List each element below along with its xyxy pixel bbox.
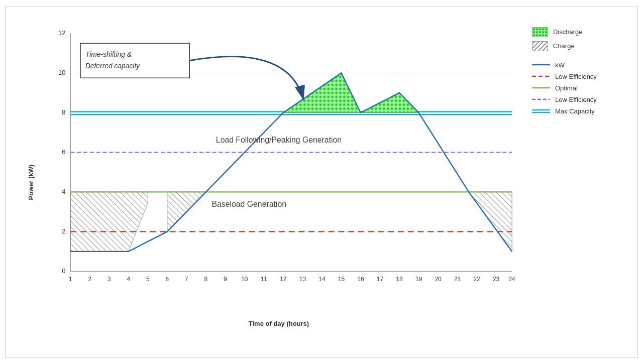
legend-label-kw: kW xyxy=(555,61,565,69)
svg-text:12: 12 xyxy=(58,29,65,37)
svg-text:4: 4 xyxy=(127,276,130,283)
legend-icon-optimal xyxy=(532,84,550,91)
chart-svg: 0 2 4 6 8 10 12 1 xyxy=(41,17,517,317)
svg-text:17: 17 xyxy=(377,276,383,283)
legend-label-charge: Charge xyxy=(553,42,575,50)
legend-label-low-eff-purple: Low Efficiency xyxy=(555,96,597,103)
legend-icon-kw xyxy=(532,61,550,68)
svg-text:21: 21 xyxy=(454,276,461,283)
svg-text:23: 23 xyxy=(493,276,500,283)
svg-text:16: 16 xyxy=(357,276,364,283)
chart-container: Power (kW) 0 2 4 6 xyxy=(5,7,638,358)
y-axis-label: Power (kW) xyxy=(27,164,35,200)
label-baseload: Baseload Generation xyxy=(212,200,286,208)
legend-icon-max-cap xyxy=(532,107,550,114)
svg-text:24: 24 xyxy=(509,276,516,283)
svg-marker-46 xyxy=(70,192,148,252)
svg-text:20: 20 xyxy=(435,276,442,283)
svg-text:3: 3 xyxy=(108,276,111,283)
legend-icon-discharge xyxy=(532,27,548,37)
legend-item-max-cap: Max Capacity xyxy=(532,107,632,115)
chart-svg-wrapper: 0 2 4 6 8 10 12 1 xyxy=(41,17,517,317)
svg-text:10: 10 xyxy=(241,276,248,283)
legend-item-optimal: Optimal xyxy=(532,84,632,92)
svg-text:Time-shifting &: Time-shifting & xyxy=(85,50,132,58)
svg-rect-51 xyxy=(80,43,189,78)
svg-text:8: 8 xyxy=(62,108,65,116)
svg-text:1: 1 xyxy=(69,276,72,283)
svg-text:6: 6 xyxy=(166,276,169,283)
svg-text:18: 18 xyxy=(396,276,403,283)
legend-item-kw: kW xyxy=(532,61,632,69)
svg-text:2: 2 xyxy=(62,227,65,235)
label-load-following: Load Following/Peaking Generation xyxy=(216,135,342,144)
svg-text:Deferred capacity: Deferred capacity xyxy=(85,61,140,69)
legend-label-discharge: Discharge xyxy=(553,28,583,36)
svg-text:2: 2 xyxy=(88,276,91,283)
x-axis-label: Time of day (hours) xyxy=(41,320,517,327)
svg-marker-49 xyxy=(283,73,361,112)
svg-text:22: 22 xyxy=(473,276,480,283)
svg-text:14: 14 xyxy=(318,276,326,283)
legend-label-low-eff-red: Low Efficiency xyxy=(555,73,597,80)
chart-area: Power (kW) 0 2 4 6 xyxy=(6,7,522,357)
legend-panel: Discharge Charge kW Low Efficiency xyxy=(522,17,637,357)
legend-item-discharge: Discharge xyxy=(532,27,632,37)
legend-icon-low-eff-red xyxy=(532,73,550,80)
svg-text:9: 9 xyxy=(224,276,227,283)
legend-icon-charge xyxy=(532,41,548,51)
svg-text:11: 11 xyxy=(261,276,268,283)
svg-text:6: 6 xyxy=(62,148,65,156)
legend-item-low-eff-purple: Low Efficiency xyxy=(532,96,632,103)
svg-text:5: 5 xyxy=(146,276,150,283)
svg-text:15: 15 xyxy=(338,276,345,283)
svg-text:13: 13 xyxy=(299,276,306,283)
legend-label-optimal: Optimal xyxy=(555,84,578,92)
svg-text:8: 8 xyxy=(204,276,208,283)
svg-text:7: 7 xyxy=(185,276,188,283)
svg-text:19: 19 xyxy=(415,276,422,283)
legend-label-max-cap: Max Capacity xyxy=(555,107,595,115)
legend-item-charge: Charge xyxy=(532,41,632,51)
svg-marker-50 xyxy=(361,92,419,112)
svg-text:12: 12 xyxy=(280,276,286,283)
svg-text:4: 4 xyxy=(62,188,65,195)
svg-text:0: 0 xyxy=(62,267,65,275)
legend-item-low-eff-red: Low Efficiency xyxy=(532,73,632,80)
svg-text:10: 10 xyxy=(58,69,65,76)
legend-icon-low-eff-purple xyxy=(532,96,550,103)
